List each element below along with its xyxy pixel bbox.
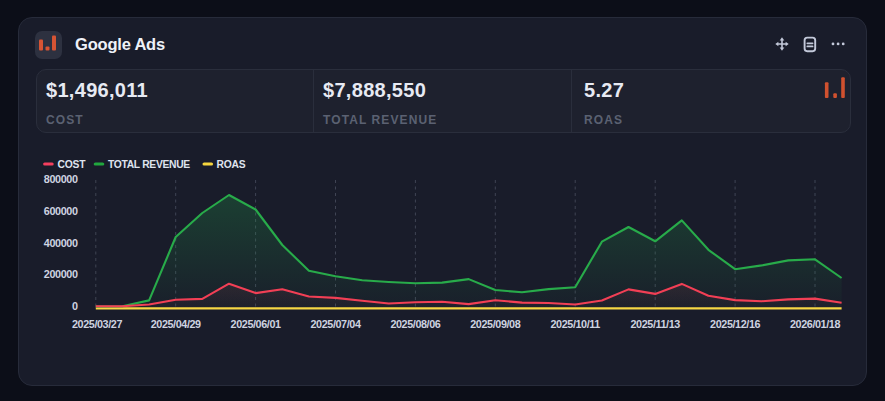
svg-text:2025/03/27: 2025/03/27 [72, 318, 122, 330]
svg-text:400000: 400000 [44, 237, 78, 249]
svg-text:200000: 200000 [44, 268, 78, 280]
svg-text:2025/10/11: 2025/10/11 [550, 318, 600, 330]
svg-text:800000: 800000 [44, 173, 78, 185]
svg-text:2025/04/29: 2025/04/29 [151, 318, 201, 330]
svg-text:2025/12/16: 2025/12/16 [710, 318, 760, 330]
svg-text:ROAS: ROAS [217, 159, 246, 170]
svg-text:2025/07/04: 2025/07/04 [310, 318, 360, 330]
svg-text:2025/11/13: 2025/11/13 [630, 318, 680, 330]
svg-text:2026/01/18: 2026/01/18 [790, 318, 840, 330]
svg-text:TOTAL REVENUE: TOTAL REVENUE [108, 159, 190, 170]
svg-text:2025/08/06: 2025/08/06 [390, 318, 440, 330]
svg-text:600000: 600000 [44, 205, 78, 217]
svg-text:COST: COST [58, 159, 87, 170]
svg-text:0: 0 [72, 300, 78, 312]
svg-text:2025/06/01: 2025/06/01 [231, 318, 281, 330]
svg-text:2025/09/08: 2025/09/08 [470, 318, 520, 330]
